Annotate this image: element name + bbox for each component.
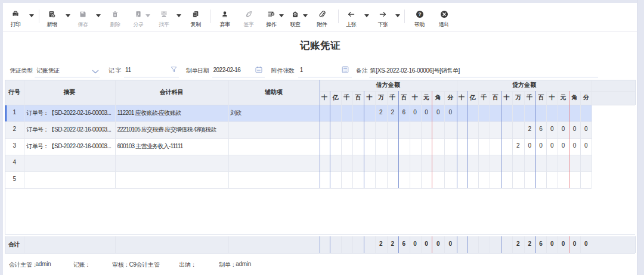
svg-text:?: ?: [418, 11, 421, 17]
